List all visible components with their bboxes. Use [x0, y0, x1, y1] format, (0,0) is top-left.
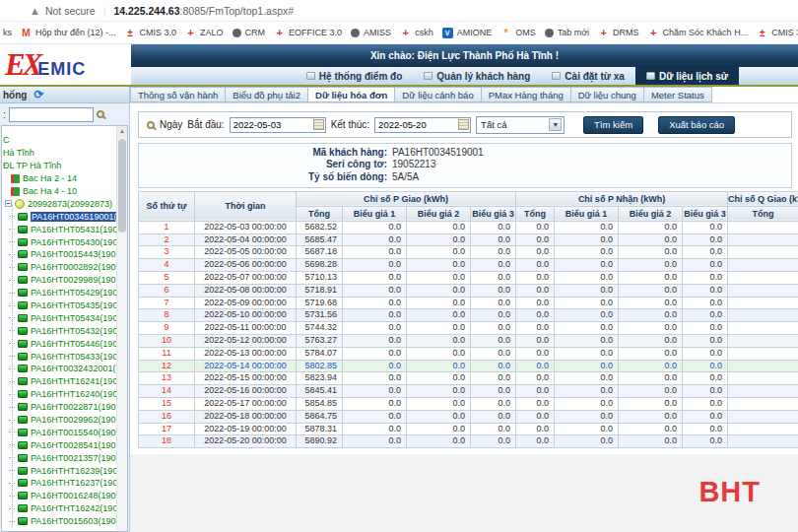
calendar-icon[interactable]: [458, 119, 469, 130]
type-select-value: Tất cả: [481, 119, 506, 130]
tree-item[interactable]: PA16HT0029962(190: [2, 414, 127, 427]
bookmark-item[interactable]: +Chăm Sóc Khách H...: [648, 28, 749, 38]
tree-item[interactable]: PA16HTHT16240(190: [2, 388, 127, 401]
tab[interactable]: Dữ liệu hóa đơn: [308, 87, 395, 102]
calendar-icon[interactable]: [313, 119, 324, 130]
tree-item[interactable]: PA16HTHT05446(190: [2, 337, 127, 350]
bookmark-item[interactable]: AMISS: [351, 28, 391, 37]
start-date-input[interactable]: [230, 117, 326, 133]
tree-item[interactable]: Bac Ha 2 - 14: [2, 172, 127, 185]
table-row[interactable]: 52022-05-07 00:00:005710.130.00.00.00.00…: [139, 272, 798, 285]
type-select[interactable]: Tất cả ▼: [476, 116, 565, 134]
tab[interactable]: Thông số vận hành: [130, 87, 226, 102]
end-date-input[interactable]: [374, 117, 471, 133]
tree-item[interactable]: PA16HT0015540(190: [2, 426, 127, 438]
tree-item[interactable]: PA16HTHT16237(190: [2, 477, 127, 490]
tab[interactable]: Meter Status: [644, 87, 712, 102]
tree-item[interactable]: PA16HT0028541(190: [2, 438, 127, 451]
menu-item[interactable]: Hệ thống điểm đo: [296, 67, 413, 85]
window-icon: [306, 72, 315, 80]
bookmark-item[interactable]: *OMS: [500, 28, 536, 38]
screen: ▲ Not secure | 14.225.244.63:8085/FmTop/…: [0, 0, 798, 532]
tree-item[interactable]: PA16HT0016248(190: [2, 490, 127, 502]
tab[interactable]: PMax Hàng tháng: [482, 87, 571, 102]
scroll-up-arrow[interactable]: ▲: [117, 126, 127, 137]
value-cell: [728, 410, 798, 423]
bookmark-item[interactable]: VAMIONE: [442, 28, 493, 38]
tree-item[interactable]: PA16HT0015603(190: [2, 515, 127, 528]
search-icon[interactable]: [97, 110, 104, 118]
tree-item[interactable]: ĐL TP Hà Tĩnh: [2, 160, 127, 172]
tree-item[interactable]: PA16HTHT05432(190: [2, 324, 127, 337]
tree-item[interactable]: PA16HTHT05435(190: [2, 299, 127, 312]
menu-item[interactable]: Cài đặt từ xa: [541, 67, 635, 85]
table-row[interactable]: 62022-05-08 00:00:005718.910.00.00.00.00…: [139, 284, 798, 297]
table-row[interactable]: 42022-05-06 00:00:005698.280.00.00.00.00…: [139, 259, 798, 272]
tab[interactable]: Dữ liệu cảnh báo: [395, 87, 481, 102]
tree-item[interactable]: PA16HT0015443(190: [2, 248, 127, 261]
tree-item-label: PA16HTHT05429(190: [31, 288, 117, 298]
sidebar-tab-he-thong[interactable]: hống ⟳: [0, 87, 129, 103]
bookmark-item[interactable]: ks: [3, 28, 12, 37]
table-row[interactable]: 142022-05-16 00:00:005845.410.00.00.00.0…: [139, 385, 798, 398]
table-row[interactable]: 92022-05-11 00:00:005744.320.00.00.00.00…: [139, 322, 798, 335]
menu-item[interactable]: Dữ liệu lịch sử: [635, 67, 739, 85]
search-input[interactable]: [9, 107, 94, 122]
bookmark-item[interactable]: ±CMIS 3.0: [757, 28, 798, 38]
table-row[interactable]: 182022-05-20 00:00:005890.920.00.00.00.0…: [139, 435, 798, 448]
tab[interactable]: Dữ liệu chung: [571, 87, 644, 102]
tree-item[interactable]: PA16HT0032432001(: [2, 363, 127, 375]
table-row[interactable]: 172022-05-19 00:00:005878.310.00.00.00.0…: [139, 423, 798, 435]
tree-scrollbar[interactable]: ▲: [116, 126, 127, 531]
tree-item-label: PA16HTHT16240(190: [31, 389, 117, 399]
tree-item[interactable]: PA16HTHT16239(190: [2, 464, 127, 477]
table-row[interactable]: 32022-05-05 00:00:005687.180.00.00.00.00…: [139, 246, 798, 259]
url-text[interactable]: 14.225.244.63:8085/FmTop/top1.aspx#: [113, 5, 294, 17]
table-row[interactable]: 12022-05-03 00:00:005682.520.00.00.00.00…: [139, 221, 798, 233]
export-report-button[interactable]: Xuất báo cáo: [658, 116, 735, 134]
tree-item[interactable]: PA16HT0021357(190: [2, 451, 127, 464]
tree-item[interactable]: PA16HT0029989(190: [2, 274, 127, 287]
tree-item[interactable]: Bac Ha 4 - 10: [2, 185, 127, 198]
collapse-icon[interactable]: [5, 200, 12, 207]
bookmark-label: DRMS: [613, 28, 639, 37]
table-row[interactable]: 72022-05-09 00:00:005719.680.00.00.00.00…: [139, 297, 798, 309]
tree-item[interactable]: PA16HT0034519001(: [2, 210, 127, 223]
bookmark-item[interactable]: CRM: [233, 28, 266, 37]
table-row[interactable]: 122022-05-14 00:00:005802.850.00.00.00.0…: [139, 360, 798, 372]
table-row[interactable]: 162022-05-18 00:00:005864.750.00.00.00.0…: [139, 410, 798, 423]
table-row[interactable]: 102022-05-12 00:00:005763.270.00.00.00.0…: [139, 335, 798, 348]
tree-item[interactable]: PA16HTHT05433(190: [2, 350, 127, 363]
value-cell: 0.0: [407, 322, 471, 335]
tree-item[interactable]: PA16HTHT05430(190: [2, 235, 127, 248]
browser-address-bar[interactable]: ▲ Not secure | 14.225.244.63:8085/FmTop/…: [0, 0, 798, 22]
tree-item[interactable]: C: [2, 134, 127, 147]
bookmark-item[interactable]: MHộp thư đến (12) -...: [21, 28, 116, 38]
scrollbar-thumb[interactable]: [118, 139, 126, 233]
bookmark-item[interactable]: Tab mới: [545, 28, 589, 37]
bookmark-item[interactable]: +DRMS: [598, 28, 639, 38]
table-row[interactable]: 152022-05-17 00:00:005854.850.00.00.00.0…: [139, 398, 798, 411]
tree-item[interactable]: PA16HTHT16241(190: [2, 375, 127, 388]
menu-item[interactable]: Quản lý khách hàng: [413, 67, 541, 85]
bookmark-item[interactable]: +ZALO: [185, 28, 224, 38]
tree-item[interactable]: 20992873(20992873): [2, 197, 127, 210]
tree-item[interactable]: PA16HTHT16242(190: [2, 502, 127, 515]
bookmark-item[interactable]: ±CMIS 3.0: [125, 28, 177, 38]
value-cell: 0.0: [343, 221, 407, 233]
tree-item[interactable]: PA16HT0022871(190: [2, 401, 127, 414]
table-row[interactable]: 132022-05-15 00:00:005823.940.00.00.00.0…: [139, 372, 798, 385]
search-button[interactable]: Tìm kiếm: [583, 116, 643, 134]
tree-item[interactable]: PA16HTHT05431(190: [2, 223, 127, 235]
tree-item[interactable]: PA16HTHT05434(190: [2, 311, 127, 324]
bookmark-item[interactable]: +cskh: [400, 28, 433, 38]
tree-item[interactable]: Hà Tĩnh: [2, 147, 127, 160]
table-row[interactable]: 112022-05-13 00:00:005784.070.00.00.00.0…: [139, 347, 798, 360]
refresh-icon[interactable]: ⟳: [33, 89, 43, 100]
tree-item[interactable]: PA16HT0002892(190: [2, 261, 127, 274]
tab[interactable]: Biểu đồ phụ tải2: [226, 87, 308, 102]
table-row[interactable]: 82022-05-10 00:00:005731.560.00.00.00.00…: [139, 309, 798, 322]
table-row[interactable]: 22022-05-04 00:00:005685.470.00.00.00.00…: [139, 233, 798, 246]
bookmark-item[interactable]: +EOFFICE 3.0: [274, 28, 342, 38]
tree-item[interactable]: PA16HTHT05429(190: [2, 287, 127, 299]
